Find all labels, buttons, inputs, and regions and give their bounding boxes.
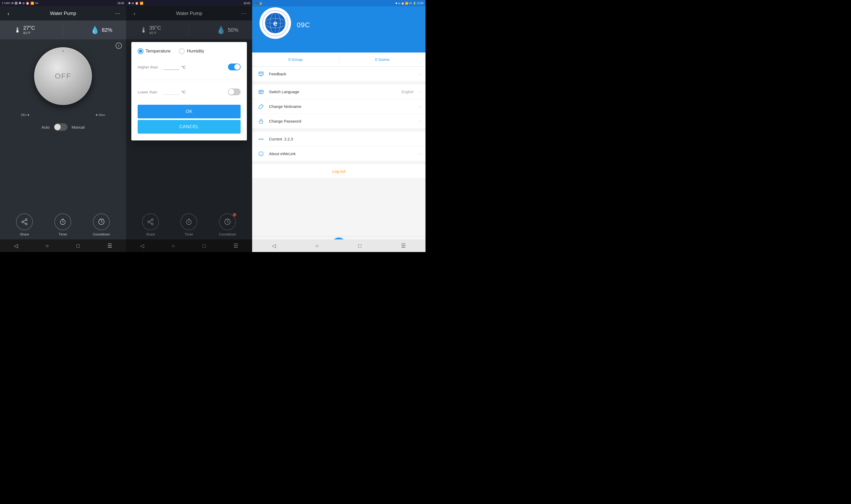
recents-nav-3[interactable]: □ [358,243,361,249]
higher-toggle-knob [234,64,240,70]
status-bar-left-1: f CSR2 ✉ 🖼 ✱ ⊖ ⏰ 📶 3G [2,1,38,5]
feedback-icon [258,70,265,78]
status-bar-right-1: 19:30 [118,2,124,5]
more-button-1[interactable]: ⋯ [113,9,122,18]
higher-than-unit: °C [181,65,226,69]
user-avatar[interactable]: e [260,7,291,39]
battery-icon-3: 🔋 [413,2,416,5]
menu-item-password[interactable]: Change Password › [252,114,425,129]
svg-point-35 [259,139,260,139]
bluetooth-icon-3: ✱ [395,2,397,5]
share-label-1: Share [20,232,29,236]
timer-label-1: Timer [58,232,67,236]
menu-item-about[interactable]: About eWeLink › [252,146,425,161]
temp-main-1: 27°C [23,25,35,31]
language-value: English [402,90,414,94]
lower-than-row: Lower than °C [138,85,241,98]
thermometer-icon-1: 🌡 [14,26,21,34]
logout-item[interactable]: Log out [252,164,425,178]
nosim-icon: ⊖ [22,2,25,5]
humidity-icon-1: 💧 [90,26,100,34]
home-nav-1[interactable]: ○ [46,243,49,249]
panel2-water-pump-dialog: ✱ ⊖ ⏰ 📶 15:43 ‹ Water Pump ⋯ 🌡 35°C 95°F… [126,0,252,252]
group-scene-row: 0 Group 0 Scene [252,53,425,67]
svg-text:A: A [260,92,261,93]
humidity-main-1: 82% [102,27,112,33]
nosim-icon-2: ⊖ [131,2,134,5]
menu-nav-1[interactable]: ☰ [107,242,112,249]
feedback-label: Feedback [269,72,415,76]
back-nav-1[interactable]: ◁ [14,242,18,249]
status-bar-1: f CSR2 ✉ 🖼 ✱ ⊖ ⏰ 📶 3G 19:30 [0,0,126,6]
menu-item-nickname[interactable]: Change Nickname › [252,99,425,114]
status-bar-left-3: 📺 🔒 [254,2,263,5]
about-icon [258,150,265,158]
sensor-divider-1 [63,23,63,36]
lower-than-input[interactable] [163,89,179,95]
menu-gap-2 [252,129,425,132]
power-btn-area-1: OFF [34,47,92,105]
countdown-button-1[interactable]: Countdown [93,213,110,236]
menu-nav-3[interactable]: ☰ [401,242,406,249]
app-title-1: Water Pump [13,11,113,16]
lower-toggle[interactable] [228,88,241,95]
status-bar-2: ✱ ⊖ ⏰ 📶 15:43 [126,0,252,6]
min-dot-1 [28,114,29,116]
action-row-1: Share Timer Countdown [0,213,126,236]
password-icon [258,118,265,125]
power-button-1[interactable]: OFF [34,47,92,105]
info-icon-1[interactable]: i [116,42,122,49]
bottom-nav-1: ◁ ○ □ ☰ [0,239,126,252]
home-nav-3[interactable]: ○ [316,243,319,249]
higher-than-input[interactable] [163,64,179,70]
max-dot-1 [96,114,97,116]
timer-button-1[interactable]: Timer [54,213,71,236]
cancel-button[interactable]: CANCEL [138,120,241,133]
recents-nav-1[interactable]: □ [76,243,79,249]
dialog-overlay-2: Temperature Humidity Higher than °C Lo [126,0,252,252]
temperature-radio[interactable]: Temperature [138,48,171,54]
time-1: 19:30 [118,2,124,5]
panel1-water-pump-off: f CSR2 ✉ 🖼 ✱ ⊖ ⏰ 📶 3G 19:30 ‹ Water Pump… [0,0,126,252]
higher-than-row: Higher than °C [138,60,241,73]
time-2: 15:43 [244,2,250,5]
menu-gap-3 [252,161,425,164]
scene-item[interactable]: 0 Scene [339,53,426,67]
status-bar-3: 📺 🔒 ✱ ⊖ ⏰ 📶 3G 🔋 12:59 [252,0,425,6]
back-button-1[interactable]: ‹ [4,9,13,18]
svg-point-2 [25,223,27,225]
bottom-spacer [252,178,425,194]
alarm-icon-3: ⏰ [401,2,404,5]
password-label: Change Password [269,119,415,123]
humidity-values-1: 82% [102,27,112,33]
wifi-icon: 📶 [31,2,34,5]
higher-toggle[interactable] [228,64,241,70]
status-bar-right-3: ✱ ⊖ ⏰ 📶 3G 🔋 12:59 [395,2,423,5]
svg-rect-34 [260,121,263,123]
humidity-label: Humidity [187,49,204,54]
ok-button[interactable]: OK [138,105,241,119]
menu-item-feedback[interactable]: Feedback › [252,67,425,82]
temperature-humidity-dialog: Temperature Humidity Higher than °C Lo [131,42,247,141]
share-button-1[interactable]: Share [16,213,33,236]
auto-manual-toggle-1[interactable] [54,123,68,131]
svg-point-0 [25,219,27,220]
temperature-sensor-1: 🌡 27°C 81°F [14,25,35,35]
dialog-divider [138,80,241,80]
status-bar-left-2: ✱ ⊖ ⏰ 📶 [128,2,143,5]
csr-icon: CSR2 [4,2,10,4]
auto-manual-row-1: Auto Manual [0,123,126,131]
version-icon [258,136,265,143]
humidity-radio[interactable]: Humidity [179,48,204,54]
alarm-icon: ⏰ [26,2,30,5]
app-header-1: ‹ Water Pump ⋯ [0,6,126,20]
avatar-circle-outer [262,10,288,36]
group-item[interactable]: 0 Group [252,53,339,67]
higher-than-label: Higher than [138,65,161,69]
back-nav-3[interactable]: ◁ [272,242,276,249]
menu-item-language[interactable]: A Switch Language English › [252,85,425,99]
about-arrow: › [419,151,420,156]
min-label-1: Min [21,113,29,117]
nickname-icon [258,103,265,110]
lower-toggle-knob [229,89,234,95]
